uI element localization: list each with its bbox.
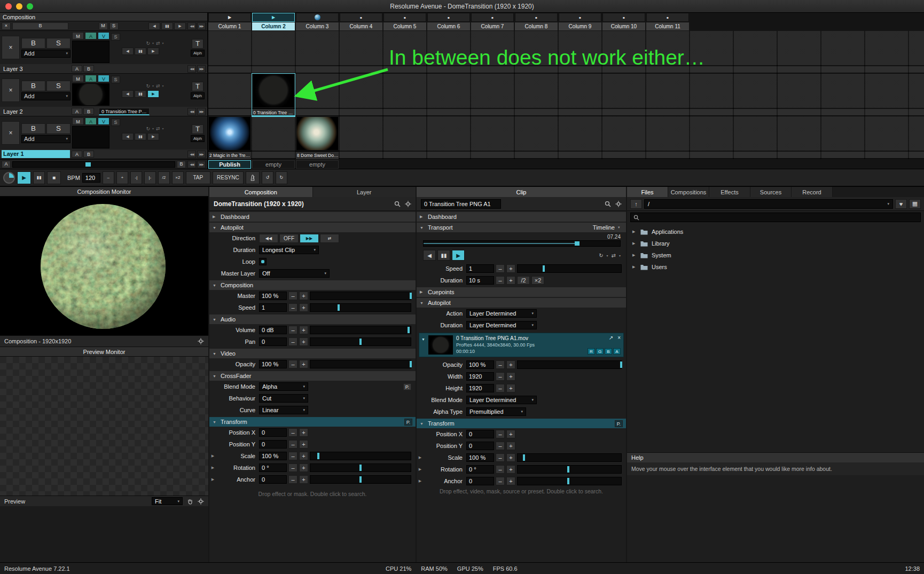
layer-transition-button[interactable]: T: [192, 39, 203, 49]
close-window-button[interactable]: [5, 3, 12, 10]
layer-bypass-button[interactable]: B: [21, 123, 45, 134]
skip-forward-button[interactable]: ▶▶: [197, 161, 206, 168]
clip-rotation-value[interactable]: 0 °: [466, 465, 494, 474]
layer-blend-select[interactable]: Add▾: [21, 50, 71, 58]
skip-back-button[interactable]: ◀◀: [187, 22, 196, 30]
clip-play-button[interactable]: ▶: [452, 250, 465, 261]
pause-button[interactable]: ▮▮: [33, 171, 45, 184]
collapsed-icon[interactable]: ▶: [209, 477, 216, 482]
opacity-slider[interactable]: [310, 360, 411, 368]
master-value[interactable]: 100 %: [259, 292, 287, 300]
skip-back-button[interactable]: ◀◀: [187, 151, 196, 158]
layer-s-button[interactable]: S: [111, 119, 120, 126]
clip-prev-button[interactable]: ◀: [423, 250, 436, 261]
layer-bypass-button[interactable]: B: [21, 81, 45, 91]
increment-button[interactable]: +: [506, 453, 515, 462]
crossfader-slider[interactable]: [12, 161, 175, 168]
tab-sources[interactable]: Sources: [750, 187, 791, 197]
layer-blend-select[interactable]: Add▾: [21, 92, 71, 100]
clip-speed-slider[interactable]: [517, 264, 622, 273]
clip-height-value[interactable]: 1920: [466, 384, 494, 392]
duration-double-button[interactable]: ×2: [531, 276, 544, 285]
layer-pause-button[interactable]: ▮▮: [135, 90, 146, 98]
clip-scale-value[interactable]: 100 %: [466, 453, 494, 462]
layer-v-toggle[interactable]: V: [98, 32, 109, 40]
autopilot-action-select[interactable]: Layer Determined▾: [466, 309, 537, 318]
layer-prev-button[interactable]: ◀: [122, 90, 134, 98]
redo-button[interactable]: ↻: [276, 171, 287, 184]
position-y-value[interactable]: 0: [259, 440, 287, 449]
expand-icon[interactable]: ↗: [609, 335, 613, 341]
layer-playmode-icons[interactable]: ↻▾⇄▾: [122, 126, 188, 131]
layer-name[interactable]: Layer 3: [2, 66, 70, 72]
column-header[interactable]: ▶Column 1: [208, 13, 251, 31]
channel-r-toggle[interactable]: R: [588, 348, 595, 355]
increment-button[interactable]: +: [299, 326, 308, 334]
bpm-decrement-button[interactable]: –: [103, 171, 114, 184]
decrement-button[interactable]: –: [288, 337, 297, 346]
clip-position-x-value[interactable]: 0: [466, 430, 494, 438]
channel-g-toggle[interactable]: G: [596, 348, 604, 355]
increment-button[interactable]: +: [506, 264, 515, 273]
increment-button[interactable]: +: [299, 303, 308, 312]
skip-back-button[interactable]: ◀◀: [187, 108, 196, 115]
section-transform[interactable]: ▼Transform P.: [417, 419, 626, 428]
column-header[interactable]: ■Column 5: [383, 13, 426, 31]
layer-bypass-button[interactable]: B: [21, 38, 45, 49]
increment-button[interactable]: +: [506, 372, 515, 381]
clip-name-input[interactable]: [421, 199, 501, 209]
clip-anchor-value[interactable]: 0: [466, 477, 494, 485]
nudge-left-button[interactable]: -|: [130, 171, 142, 184]
search-icon[interactable]: [605, 201, 611, 207]
curve-select[interactable]: Linear▾: [259, 406, 308, 414]
layer-v-toggle[interactable]: V: [98, 117, 109, 125]
clip-opacity-value[interactable]: 100 %: [466, 360, 494, 369]
bpm-increment-button[interactable]: +: [116, 171, 128, 184]
direction-forward-button[interactable]: ▶▶: [300, 234, 319, 243]
collapsed-icon[interactable]: ▶: [209, 466, 216, 470]
decrement-button[interactable]: –: [288, 463, 297, 472]
increment-button[interactable]: +: [299, 475, 308, 484]
layer-blendmode-label[interactable]: Alph: [191, 135, 205, 142]
gear-icon[interactable]: [405, 201, 411, 207]
increment-button[interactable]: +: [506, 442, 515, 450]
decrement-button[interactable]: –: [496, 477, 505, 485]
clip-cell-dome-sweet[interactable]: 8 Dome Sweet Do…: [296, 116, 339, 159]
decrement-button[interactable]: –: [288, 452, 297, 460]
playing-clip-chip[interactable]: 0 Transition Tree P…: [99, 108, 150, 115]
path-select[interactable]: /▾: [644, 199, 893, 209]
layer-play-button[interactable]: ▶: [147, 133, 159, 140]
decrement-button[interactable]: –: [496, 360, 505, 369]
composition-clear-button[interactable]: ×: [2, 22, 11, 30]
master-layer-select[interactable]: Off▾: [259, 269, 330, 278]
scale-slider[interactable]: [310, 452, 411, 460]
increment-button[interactable]: +: [506, 430, 515, 438]
empty-deck-slot[interactable]: empty: [252, 160, 295, 169]
clip-rotation-slider[interactable]: [517, 465, 622, 474]
search-icon[interactable]: [394, 201, 401, 207]
metronome-button[interactable]: [246, 171, 260, 184]
master-slider[interactable]: [310, 292, 411, 300]
skip-back-button[interactable]: ◀◀: [187, 65, 196, 73]
pan-slider[interactable]: [310, 337, 411, 346]
increment-button[interactable]: +: [299, 360, 308, 368]
section-dashboard[interactable]: ▶Dashboard: [209, 212, 416, 222]
direction-random-button[interactable]: ⇄: [320, 234, 339, 243]
file-search-input[interactable]: [642, 214, 918, 221]
direction-off-button[interactable]: OFF: [279, 234, 299, 243]
layer-a-toggle[interactable]: A: [85, 75, 97, 82]
empty-deck-slot[interactable]: empty: [296, 160, 339, 169]
nudge-right-button[interactable]: |-: [144, 171, 156, 184]
layer-name-selected[interactable]: Layer 1: [2, 150, 70, 158]
increment-button[interactable]: +: [299, 428, 308, 437]
bpm-double-button[interactable]: ×2: [172, 171, 184, 184]
layer-a-toggle[interactable]: A: [85, 32, 97, 40]
publish-button[interactable]: Publish: [208, 160, 251, 169]
layer-transition-button[interactable]: T: [192, 82, 203, 91]
direction-backward-button[interactable]: ◀◀: [259, 234, 278, 243]
section-autopilot[interactable]: ▼Autopilot: [209, 223, 416, 232]
clip-file-block[interactable]: ▼ 0 Transition Tree PNG A1.mov ProRes 44…: [419, 333, 624, 357]
behaviour-select[interactable]: Cut▾: [259, 394, 308, 403]
channel-b-toggle[interactable]: B: [605, 348, 612, 355]
zoom-window-button[interactable]: [27, 3, 33, 10]
